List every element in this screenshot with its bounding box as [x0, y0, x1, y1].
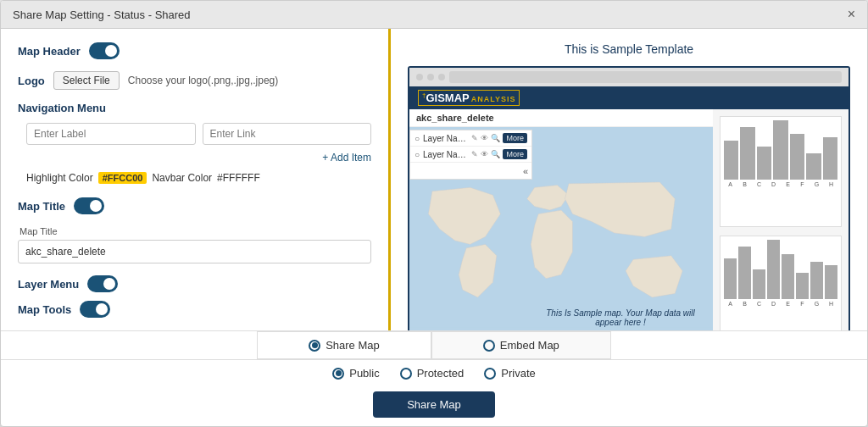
add-item-row: + Add Item: [18, 152, 371, 164]
protected-option[interactable]: Protected: [400, 367, 465, 380]
embed-map-tab[interactable]: Embed Map: [431, 331, 611, 359]
highlight-row: Highlight Color #FFCC00 Navbar Color #FF…: [18, 172, 371, 184]
map-title-toggle[interactable]: [74, 197, 104, 214]
layer-2-search-icon[interactable]: 🔍: [491, 150, 500, 158]
embed-map-radio[interactable]: [483, 340, 495, 352]
close-button[interactable]: ×: [848, 8, 855, 21]
titlebar: Share Map Setting - Status - Shared ×: [1, 1, 867, 29]
select-file-button[interactable]: Select File: [53, 71, 120, 90]
share-map-radio[interactable]: [309, 340, 320, 352]
browser-dot-1: [416, 74, 423, 80]
bar-5: [796, 273, 809, 299]
chart-1-labels: ABCDEFGH: [724, 181, 837, 187]
preview-main: akc_share_delete ○ Layer Name ✎ 👁 🔍: [409, 109, 849, 330]
embed-map-tab-label: Embed Map: [500, 339, 559, 352]
chart-label: F: [796, 301, 809, 307]
layer-item-1: ○ Layer Name ✎ 👁 🔍 More: [410, 130, 531, 147]
bar-5: [806, 153, 821, 180]
right-panel: This is Sample Template †GISMAPANALYSIS: [391, 29, 867, 330]
browser-dot-2: [427, 74, 434, 80]
public-label: Public: [349, 367, 379, 380]
preview-charts: ABCDEFGH ABCDEFGH: [713, 109, 849, 330]
layer-1-search-icon[interactable]: 🔍: [491, 134, 500, 142]
map-title-section: Map Title: [18, 226, 371, 263]
logo-row: Logo Select File Choose your logo(.png,.…: [18, 71, 371, 90]
bar-1: [740, 127, 754, 180]
share-map-button[interactable]: Share Map: [373, 391, 495, 418]
layer-item-2: ○ Layer Name T... ✎ 👁 🔍 More: [410, 147, 531, 163]
bar-6: [823, 137, 837, 180]
layer-2-edit-icon[interactable]: ✎: [471, 150, 478, 158]
layer-panel: ○ Layer Name ✎ 👁 🔍 More ○: [409, 130, 532, 180]
layer-menu-toggle[interactable]: [87, 275, 118, 292]
layer-collapse-row: «: [410, 163, 531, 179]
logo-label: Logo: [18, 75, 45, 87]
map-title-input[interactable]: [18, 240, 371, 263]
share-btn-row: Share Map: [1, 386, 867, 426]
nav-label-input[interactable]: [26, 123, 196, 145]
layer-collapse-icon[interactable]: «: [523, 166, 528, 176]
share-map-tab[interactable]: Share Map: [257, 331, 431, 359]
logo-hint: Choose your logo(.png,.jpg,.jpeg): [128, 75, 278, 86]
map-header-toggle[interactable]: [89, 42, 120, 59]
layer-pin-icon-1: ○: [415, 134, 420, 143]
bar-2: [753, 269, 765, 299]
map-tools-toggle[interactable]: [80, 301, 110, 318]
bar-4: [790, 134, 804, 180]
bar-chart-2: [724, 240, 837, 299]
private-option[interactable]: Private: [484, 367, 535, 380]
navbar-color-label: Navbar Color: [152, 172, 212, 184]
gismap-logo: †GISMAPANALYSIS: [418, 90, 520, 106]
nav-link-input[interactable]: [203, 123, 372, 145]
preview-header: †GISMAPANALYSIS: [409, 86, 849, 109]
add-item-button[interactable]: + Add Item: [322, 152, 371, 164]
private-label: Private: [501, 367, 535, 380]
visibility-row: Public Protected Private: [1, 360, 867, 386]
layer-pin-icon-2: ○: [415, 150, 420, 159]
bar-4: [782, 254, 794, 299]
chart-1: ABCDEFGH: [720, 116, 842, 226]
chart-label: C: [753, 301, 765, 307]
layer-name-2: Layer Name T...: [423, 150, 468, 159]
tab-row: Share Map Embed Map: [1, 331, 867, 360]
chart-label: B: [738, 301, 751, 307]
layer-name-1: Layer Name: [423, 134, 468, 143]
public-radio[interactable]: [332, 368, 344, 380]
layer-1-actions: ✎ 👁 🔍 More: [471, 133, 527, 143]
map-header-row: Map Header: [18, 42, 371, 59]
protected-label: Protected: [417, 367, 465, 380]
map-title-bar: akc_share_delete: [409, 109, 713, 127]
layer-menu-row: Layer Menu: [18, 275, 371, 292]
chart-label: C: [753, 181, 765, 187]
map-header-label: Map Header: [18, 45, 81, 58]
preview-container: †GISMAPANALYSIS akc_share_delete ○ Layer…: [408, 66, 850, 330]
bar-3: [773, 120, 787, 180]
bar-0: [724, 258, 737, 299]
chart-label: G: [810, 301, 823, 307]
bar-chart-1: [724, 120, 837, 180]
chart-label: A: [724, 301, 737, 307]
layer-1-more-button[interactable]: More: [503, 133, 527, 143]
highlight-color-badge: #FFCC00: [98, 172, 147, 184]
layer-1-edit-icon[interactable]: ✎: [471, 134, 478, 142]
nav-menu-label: Navigation Menu: [18, 102, 371, 114]
browser-bar: [409, 68, 849, 86]
map-overlay-text: This Is Sample map. Your Map data will a…: [537, 308, 704, 327]
dialog-bottom: Share Map Embed Map Public Protected Pri…: [1, 330, 867, 426]
private-radio[interactable]: [484, 368, 496, 380]
layer-2-eye-icon[interactable]: 👁: [481, 150, 488, 158]
right-title: This is Sample Template: [408, 42, 850, 56]
chart-label: G: [810, 181, 823, 187]
bar-2: [757, 147, 771, 180]
bar-7: [825, 265, 837, 298]
public-option[interactable]: Public: [332, 367, 379, 380]
dialog-body: Map Header Logo Select File Choose your …: [1, 29, 867, 330]
chart-label: D: [767, 301, 780, 307]
layer-1-eye-icon[interactable]: 👁: [481, 134, 488, 142]
layer-2-more-button[interactable]: More: [503, 149, 527, 159]
left-panel: Map Header Logo Select File Choose your …: [1, 29, 391, 330]
protected-radio[interactable]: [400, 368, 412, 380]
layer-menu-label: Layer Menu: [18, 278, 79, 291]
chart-2-labels: ABCDEFGH: [724, 301, 837, 307]
layer-2-actions: ✎ 👁 🔍 More: [471, 149, 527, 159]
